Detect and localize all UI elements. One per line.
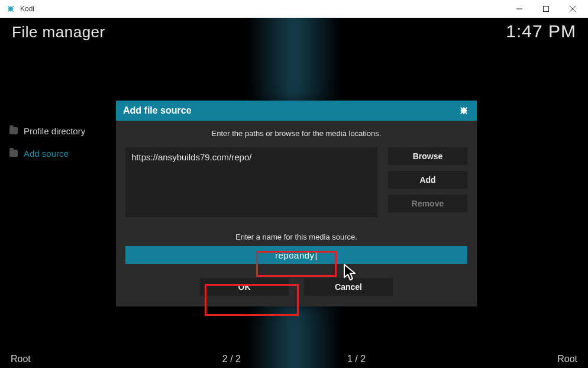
ok-button[interactable]: OK [200, 278, 289, 296]
window-titlebar: Kodi [0, 0, 588, 18]
page-title: File manager [12, 23, 105, 41]
folder-icon [9, 150, 18, 157]
clock: 1:47 PM [506, 21, 576, 41]
name-hint: Enter a name for this media source. [125, 233, 467, 241]
right-count: 1 / 2 [347, 354, 366, 364]
dialog-title: Add file source [123, 105, 192, 116]
paths-hint: Enter the paths or browse for the media … [125, 129, 467, 138]
bottom-right-label: Root [557, 354, 577, 364]
remove-button: Remove [388, 195, 467, 212]
maximize-button[interactable] [532, 0, 559, 18]
kodi-logo-icon [6, 4, 15, 14]
source-name-input[interactable]: repoandy [125, 246, 467, 264]
bottom-bar: Root 2 / 2 1 / 2 Root [11, 354, 577, 364]
app-name: Kodi [20, 5, 34, 13]
app-body: File manager 1:47 PM Profile directory A… [0, 18, 588, 368]
kodi-logo-icon [458, 105, 470, 117]
add-button[interactable]: Add [388, 171, 467, 189]
list-item-label: Profile directory [24, 126, 85, 136]
left-count: 2 / 2 [222, 354, 241, 364]
add-file-source-dialog: Add file source Enter the paths or brows… [116, 101, 477, 306]
source-name-value: repoandy [275, 250, 318, 260]
list-item-label: Add source [24, 149, 69, 159]
dialog-header: Add file source [116, 101, 477, 121]
browse-button[interactable]: Browse [388, 147, 467, 165]
bottom-left-label: Root [11, 354, 31, 364]
svg-rect-3 [543, 7, 548, 12]
cancel-button[interactable]: Cancel [304, 278, 393, 296]
folder-icon [9, 127, 18, 134]
minimize-button[interactable] [506, 0, 532, 18]
path-input[interactable]: https://ansybuilds79.com/repo/ [125, 147, 377, 217]
close-button[interactable] [559, 0, 586, 18]
path-value: https://ansybuilds79.com/repo/ [131, 152, 251, 162]
